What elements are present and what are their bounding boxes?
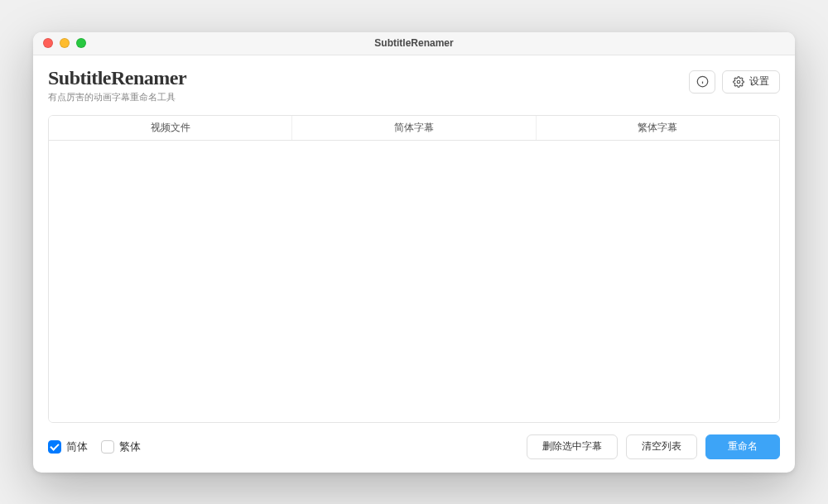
column-traditional[interactable]: 繁体字幕 <box>537 116 779 140</box>
table-body[interactable] <box>49 141 779 422</box>
gear-icon <box>733 76 744 88</box>
checkbox-simplified-label: 简体 <box>66 439 88 454</box>
table-header: 视频文件 简体字幕 繁体字幕 <box>49 116 779 141</box>
footer-right: 删除选中字幕 清空列表 重命名 <box>527 434 780 459</box>
checkbox-simplified[interactable]: 简体 <box>48 439 88 454</box>
column-simplified[interactable]: 简体字幕 <box>292 116 536 140</box>
file-table: 视频文件 简体字幕 繁体字幕 <box>48 115 780 423</box>
close-button[interactable] <box>43 38 53 48</box>
checkbox-traditional-label: 繁体 <box>119 439 141 454</box>
delete-selected-button[interactable]: 删除选中字幕 <box>527 434 618 459</box>
column-video[interactable]: 视频文件 <box>49 116 292 140</box>
footer-left: 简体 繁体 <box>48 439 141 454</box>
checkbox-simplified-box <box>48 440 61 454</box>
header-left: SubtitleRenamer 有点厉害的动画字幕重命名工具 <box>48 67 186 103</box>
footer: 简体 繁体 删除选中字幕 清空列表 重命名 <box>33 423 795 473</box>
app-window: SubtitleRenamer SubtitleRenamer 有点厉害的动画字… <box>33 32 795 473</box>
traffic-lights <box>33 38 86 48</box>
rename-button[interactable]: 重命名 <box>705 434 780 459</box>
checkbox-traditional[interactable]: 繁体 <box>101 439 141 454</box>
minimize-button[interactable] <box>60 38 70 48</box>
settings-label: 设置 <box>749 74 769 89</box>
app-subtitle: 有点厉害的动画字幕重命名工具 <box>48 91 186 103</box>
svg-point-3 <box>737 80 740 84</box>
titlebar[interactable]: SubtitleRenamer <box>33 32 795 55</box>
header-right: 设置 <box>689 70 780 94</box>
info-button[interactable] <box>689 70 715 94</box>
info-icon <box>696 75 709 88</box>
settings-button[interactable]: 设置 <box>722 70 780 94</box>
clear-list-button[interactable]: 清空列表 <box>626 434 697 459</box>
maximize-button[interactable] <box>76 38 86 48</box>
header: SubtitleRenamer 有点厉害的动画字幕重命名工具 设置 <box>33 55 795 112</box>
window-title: SubtitleRenamer <box>33 37 795 49</box>
app-title: SubtitleRenamer <box>48 67 186 89</box>
checkbox-traditional-box <box>101 440 114 454</box>
